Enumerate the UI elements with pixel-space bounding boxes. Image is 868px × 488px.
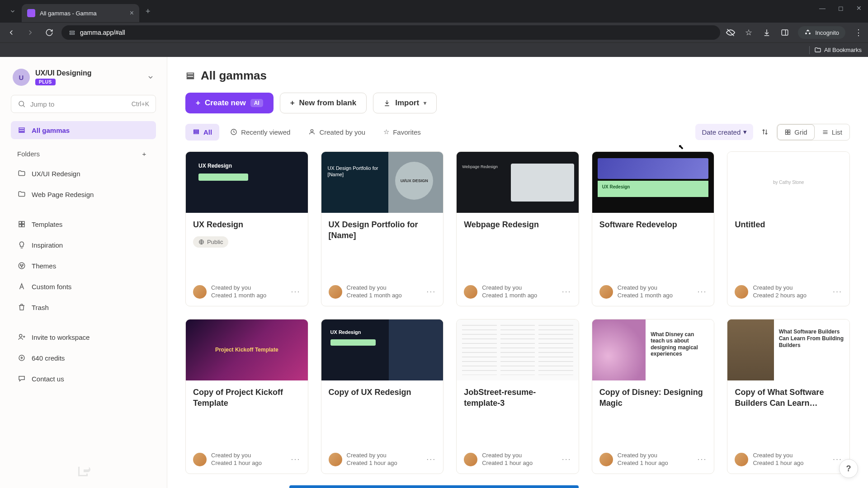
gamma-card[interactable]: UX RedesignSoftware RedevelopCreated by … <box>592 151 715 306</box>
all-bookmarks-button[interactable]: All Bookmarks <box>814 47 862 54</box>
create-new-button[interactable]: + Create new AI <box>185 93 274 113</box>
svg-rect-13 <box>22 225 24 227</box>
incognito-indicator[interactable]: Incognito <box>798 26 845 39</box>
help-button[interactable]: ? <box>839 459 858 478</box>
gamma-card[interactable]: UX Design Portfolio for [Name]UI/UX DESI… <box>321 151 444 306</box>
sidebar-item-all-gammas[interactable]: All gammas <box>11 121 156 139</box>
gamma-card[interactable]: JobStreet-resume-template-3Created by yo… <box>456 319 579 474</box>
card-more-button[interactable]: ··· <box>833 287 842 296</box>
thumb-strip: UX Redesign <box>598 181 709 197</box>
filter-tab-all[interactable]: All <box>185 124 219 141</box>
tab-label: All <box>203 128 212 136</box>
card-thumbnail: What Disney can teach us about designing… <box>592 319 714 380</box>
user-plus-icon <box>17 333 26 341</box>
sidebar-item-custom-fonts[interactable]: Custom fonts <box>11 277 156 296</box>
workspace-switcher[interactable]: U UX/UI Designing PLUS <box>11 67 156 92</box>
view-grid-button[interactable]: Grid <box>777 124 814 140</box>
chrome-menu-button[interactable]: ⋮ <box>854 28 863 38</box>
browser-tab[interactable]: All gammas - Gamma × <box>22 4 139 22</box>
sidebar-item-label: Themes <box>32 262 56 270</box>
sidebar-item-credits[interactable]: 640 credits <box>11 349 156 367</box>
svg-point-5 <box>19 101 24 106</box>
card-meta: Created by youCreated 1 hour ago <box>482 452 557 467</box>
star-icon: ☆ <box>383 128 389 136</box>
author-avatar <box>329 453 342 466</box>
card-more-button[interactable]: ··· <box>697 455 707 464</box>
reload-button[interactable] <box>42 26 56 39</box>
card-more-button[interactable]: ··· <box>291 287 301 296</box>
bookmark-star-icon[interactable]: ☆ <box>744 28 754 38</box>
forward-button[interactable] <box>24 26 37 39</box>
card-title: Copy of Disney: Designing Magic <box>599 387 707 409</box>
window-minimize-button[interactable]: — <box>819 5 826 12</box>
sidebar-item-label: Trash <box>32 304 49 311</box>
svg-rect-3 <box>782 30 788 35</box>
add-folder-button[interactable]: + <box>139 148 150 159</box>
card-more-button[interactable]: ··· <box>291 455 301 464</box>
filter-tab-by-you[interactable]: Created by you <box>301 124 373 141</box>
card-more-button[interactable]: ··· <box>426 455 436 464</box>
tab-search-button[interactable] <box>4 3 22 19</box>
meta-time: Created 1 month ago <box>618 292 693 300</box>
import-button[interactable]: Import ▾ <box>373 93 437 113</box>
svg-rect-9 <box>19 132 24 133</box>
window-maximize-button[interactable]: ◻ <box>838 5 844 12</box>
sidebar-folder-ux-ui[interactable]: UX/UI Redesign <box>11 164 156 183</box>
thumb-text: Project Kickoff Template <box>215 347 278 353</box>
action-row: + Create new AI + New from blank Import … <box>185 93 850 113</box>
folder-icon <box>17 190 26 198</box>
ai-badge: AI <box>250 99 263 107</box>
card-footer: Created by youCreated 1 hour ago··· <box>457 452 579 474</box>
sidebar-item-inspiration[interactable]: Inspiration <box>11 236 156 254</box>
sort-direction-button[interactable] <box>757 124 773 140</box>
svg-rect-23 <box>194 130 199 131</box>
thumb-text: UX Redesign <box>198 163 232 169</box>
card-meta: Created by youCreated 1 hour ago <box>618 452 693 467</box>
thumb-side <box>389 319 443 380</box>
main-content: All gammas + Create new AI + New from bl… <box>167 57 868 488</box>
gamma-card[interactable]: What Disney can teach us about designing… <box>592 319 715 474</box>
gamma-card[interactable]: What Software Builders Can Learn From Bu… <box>727 319 850 474</box>
new-blank-button[interactable]: + New from blank <box>280 93 367 113</box>
tracking-icon[interactable] <box>726 28 736 38</box>
address-bar[interactable]: gamma.app/#all <box>61 25 720 40</box>
incognito-label: Incognito <box>815 29 839 36</box>
sort-dropdown[interactable]: Date created ▾ <box>695 124 753 140</box>
sidebar-item-templates[interactable]: Templates <box>11 215 156 233</box>
window-close-button[interactable]: ✕ <box>856 5 862 12</box>
downloads-icon[interactable] <box>762 28 772 38</box>
back-button[interactable] <box>5 26 18 39</box>
card-more-button[interactable]: ··· <box>562 287 571 296</box>
side-panel-icon[interactable] <box>780 28 790 38</box>
gamma-card[interactable]: UX RedesignUX RedesignPublicCreated by y… <box>185 151 308 306</box>
card-body: Copy of Disney: Designing Magic <box>592 380 714 452</box>
gamma-card[interactable]: UX RedesignCopy of UX RedesignCreated by… <box>321 319 444 474</box>
sidebar-item-label: Custom fonts <box>32 283 71 291</box>
svg-rect-25 <box>194 133 199 134</box>
gamma-card[interactable]: Webpage RedesignWebpage RedesignCreated … <box>456 151 579 306</box>
card-more-button[interactable]: ··· <box>426 287 436 296</box>
tab-close-button[interactable]: × <box>130 9 134 17</box>
thumb-text: UX Redesign <box>330 329 361 335</box>
jump-to-search[interactable]: Jump to Ctrl+K <box>11 95 156 113</box>
sidebar-item-themes[interactable]: Themes <box>11 257 156 275</box>
card-more-button[interactable]: ··· <box>562 455 571 464</box>
svg-rect-7 <box>19 128 24 129</box>
gamma-card[interactable]: Project Kickoff TemplateCopy of Project … <box>185 319 308 474</box>
gamma-card[interactable]: by Cathy StoneUntitledCreated by youCrea… <box>727 151 850 306</box>
filter-tab-favorites[interactable]: ☆ Favorites <box>376 123 428 141</box>
meta-author: Created by you <box>618 452 693 460</box>
meta-time: Created 1 hour ago <box>753 460 828 467</box>
card-more-button[interactable]: ··· <box>697 287 707 296</box>
sidebar-folder-web-page[interactable]: Web Page Redesign <box>11 185 156 203</box>
sidebar-item-trash[interactable]: Trash <box>11 298 156 316</box>
chat-icon <box>17 375 26 383</box>
sidebar-item-label: All gammas <box>32 127 70 134</box>
sidebar-item-invite[interactable]: Invite to workspace <box>11 328 156 346</box>
view-list-button[interactable]: List <box>815 124 849 140</box>
card-title: Copy of UX Redesign <box>329 387 436 398</box>
new-tab-button[interactable]: + <box>139 7 157 16</box>
sidebar-item-contact[interactable]: Contact us <box>11 370 156 388</box>
svg-rect-29 <box>788 130 790 131</box>
filter-tab-recent[interactable]: Recently viewed <box>223 124 297 141</box>
